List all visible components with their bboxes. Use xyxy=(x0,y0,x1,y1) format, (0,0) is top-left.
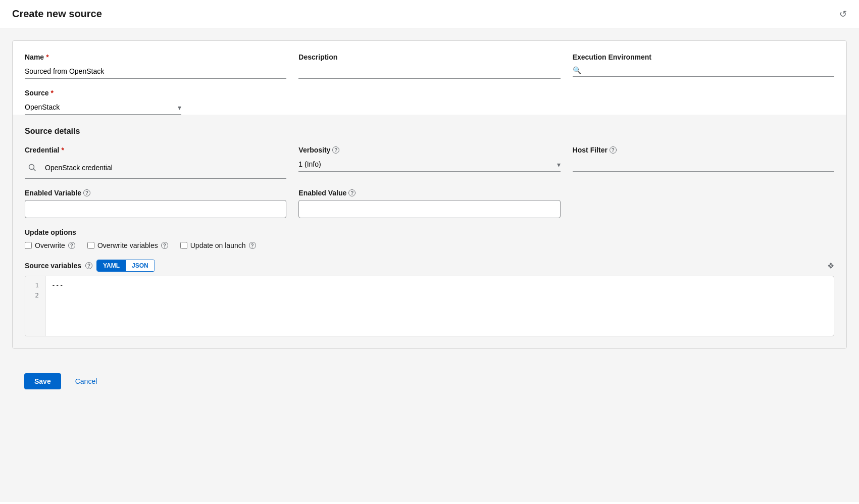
line-number-2: 2 xyxy=(31,290,39,300)
name-input[interactable] xyxy=(25,64,286,79)
update-on-launch-help-icon[interactable]: ? xyxy=(249,242,256,249)
overwrite-variables-help-icon[interactable]: ? xyxy=(161,242,168,249)
source-variables-toggle: YAML JSON xyxy=(96,260,155,272)
code-editor: 1 2 --- xyxy=(25,276,834,336)
source-select-wrapper: OpenStack Amazon EC2 Google Compute Engi… xyxy=(25,100,181,115)
name-group: Name * xyxy=(25,53,286,79)
update-on-launch-checkbox[interactable] xyxy=(180,242,187,249)
overwrite-checkbox-item: Overwrite ? xyxy=(25,241,75,249)
update-options-label: Update options xyxy=(25,228,834,236)
execution-env-input[interactable] xyxy=(584,66,834,74)
code-line-1: --- xyxy=(52,280,828,290)
overwrite-variables-label: Overwrite variables xyxy=(97,241,158,249)
enabled-variable-label: Enabled Variable ? xyxy=(25,189,286,197)
host-filter-label: Host Filter ? xyxy=(573,146,834,154)
update-options-section: Update options Overwrite ? Overwrite var… xyxy=(25,228,834,249)
credential-search-input[interactable] xyxy=(45,164,286,172)
source-variables-label: Source variables xyxy=(25,262,81,270)
description-label: Description xyxy=(298,53,560,61)
host-filter-help-icon[interactable]: ? xyxy=(610,146,617,154)
code-line-2 xyxy=(52,290,828,300)
overwrite-checkbox[interactable] xyxy=(25,242,32,249)
line-number-1: 1 xyxy=(31,280,39,290)
source-variables-header: Source variables ? YAML JSON ❖ xyxy=(25,260,834,272)
expand-editor-icon[interactable]: ❖ xyxy=(827,261,834,271)
credential-search[interactable] xyxy=(25,157,286,179)
update-on-launch-label: Update on launch xyxy=(190,241,246,249)
svg-line-1 xyxy=(34,169,36,171)
code-content[interactable]: --- xyxy=(45,276,834,336)
content-area: Name * Description Execution Environment… xyxy=(0,28,859,502)
credential-group: Credential * xyxy=(25,146,286,179)
credential-label: Credential * xyxy=(25,146,286,154)
overwrite-variables-checkbox-item: Overwrite variables ? xyxy=(87,241,168,249)
verbosity-group: Verbosity ? 0 (Warning) 1 (Info) 2 (Debu… xyxy=(298,146,560,179)
source-details-title: Source details xyxy=(25,127,834,136)
enabled-value-input[interactable] xyxy=(298,200,560,218)
verbosity-label: Verbosity ? xyxy=(298,146,560,154)
source-group: Source * OpenStack Amazon EC2 Google Com… xyxy=(25,89,181,115)
source-variables-help-icon[interactable]: ? xyxy=(85,262,92,269)
name-required: * xyxy=(46,53,48,61)
update-on-launch-checkbox-item: Update on launch ? xyxy=(180,241,256,249)
credential-search-icon xyxy=(25,160,40,175)
footer-actions: Save Cancel xyxy=(12,361,847,401)
execution-env-label: Execution Environment xyxy=(573,53,834,61)
execution-env-group: Execution Environment 🔍 xyxy=(573,53,834,79)
enabled-variable-help-icon[interactable]: ? xyxy=(83,189,90,196)
exec-search-icon: 🔍 xyxy=(573,66,581,74)
overwrite-label: Overwrite xyxy=(35,241,65,249)
host-filter-group: Host Filter ? xyxy=(573,146,834,179)
source-details-section: Source details Credential * xyxy=(13,115,846,348)
description-input[interactable] xyxy=(298,64,560,79)
host-filter-spacer xyxy=(573,189,834,218)
credential-required: * xyxy=(61,146,64,154)
json-toggle-button[interactable]: JSON xyxy=(126,260,155,271)
verbosity-help-icon[interactable]: ? xyxy=(332,146,339,154)
overwrite-variables-checkbox[interactable] xyxy=(87,242,94,249)
name-desc-exec-row: Name * Description Execution Environment… xyxy=(25,53,834,79)
source-variables-left: Source variables ? YAML JSON xyxy=(25,260,155,272)
page-title: Create new source xyxy=(12,8,102,20)
execution-env-search[interactable]: 🔍 xyxy=(573,64,834,77)
verbosity-select-wrapper: 0 (Warning) 1 (Info) 2 (Debug) ▾ xyxy=(298,157,560,172)
history-icon[interactable]: ↺ xyxy=(839,9,847,20)
page-header: Create new source ↺ xyxy=(0,0,859,28)
source-label: Source * xyxy=(25,89,181,97)
checkboxes-row: Overwrite ? Overwrite variables ? Update… xyxy=(25,241,834,249)
source-select[interactable]: OpenStack Amazon EC2 Google Compute Engi… xyxy=(25,100,181,115)
cancel-button[interactable]: Cancel xyxy=(69,373,104,389)
verbosity-select[interactable]: 0 (Warning) 1 (Info) 2 (Debug) xyxy=(298,157,560,172)
source-variables-section: Source variables ? YAML JSON ❖ 1 2 xyxy=(25,260,834,336)
enabled-value-group: Enabled Value ? xyxy=(298,189,560,218)
host-filter-input[interactable] xyxy=(573,157,834,172)
top-form-section: Name * Description Execution Environment… xyxy=(12,40,847,349)
enabled-var-val-row: Enabled Variable ? Enabled Value ? xyxy=(25,189,834,218)
save-button[interactable]: Save xyxy=(24,373,61,389)
enabled-value-label: Enabled Value ? xyxy=(298,189,560,197)
enabled-value-help-icon[interactable]: ? xyxy=(348,189,356,196)
line-numbers: 1 2 xyxy=(25,276,45,336)
name-label: Name * xyxy=(25,53,286,61)
description-group: Description xyxy=(298,53,560,79)
credential-verbosity-host-row: Credential * xyxy=(25,146,834,179)
yaml-toggle-button[interactable]: YAML xyxy=(97,260,126,271)
source-required: * xyxy=(50,89,53,97)
source-row: Source * OpenStack Amazon EC2 Google Com… xyxy=(25,89,834,115)
enabled-variable-group: Enabled Variable ? xyxy=(25,189,286,218)
enabled-variable-input[interactable] xyxy=(25,200,286,218)
overwrite-help-icon[interactable]: ? xyxy=(68,242,75,249)
